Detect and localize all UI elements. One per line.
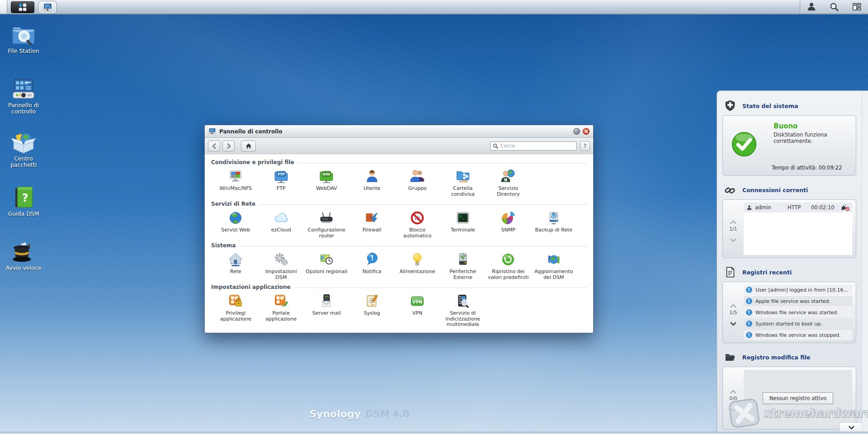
cp-item-ftp[interactable]: FTPFTP [259,168,304,192]
cp-item-app-portal[interactable]: Portale applicazione [259,293,304,322]
recent-logs-card: 1/5 User [admin] logged in from [10.16..… [722,282,856,343]
cp-item-ezcloud[interactable]: ezCloud [259,210,304,233]
svg-text:>_: >_ [459,214,464,218]
pager-down-icon[interactable] [730,406,736,410]
desktop-icon-file-station[interactable]: File Station [2,23,45,54]
dsm-update-icon [546,251,562,268]
cp-item-mail-server[interactable]: Server mail [304,293,349,316]
status-description: DiskStation funziona correttamente. [774,132,846,144]
cp-item-directory-service[interactable]: Servizio Directory [486,168,531,197]
cp-item-label: Win/Mac/NFS [219,186,252,192]
ezcloud-icon [273,210,289,226]
pilot-view-icon[interactable] [852,2,862,12]
back-button[interactable] [208,141,220,151]
cp-item-snmp[interactable]: SNMP [486,210,531,233]
mail-server-icon [318,293,335,309]
cp-section-title: Servizi di Rete [211,201,255,207]
cp-item-terminal[interactable]: >_Terminale [440,210,486,233]
disconnect-icon[interactable] [840,204,849,211]
cp-item-dsm-settings[interactable]: Impostazioni DSM [259,251,304,280]
brand-name: Synology [309,408,361,420]
shield-icon [724,100,736,112]
window-buttons [573,128,590,135]
group-icon [409,168,425,184]
connection-user: admin [755,204,788,211]
desktop-icon-label: Centro pacchetti [2,156,45,168]
cp-item-label: Blocco automatico [396,227,439,239]
pager-up-icon[interactable] [730,217,736,222]
cp-item-external-devices[interactable]: Periferiche Esterne [440,251,486,280]
cp-item-group[interactable]: Gruppo [395,168,440,192]
pager-up-icon[interactable] [730,301,736,306]
recent-logs-header: Registri recenti [724,266,862,278]
syslog-icon [364,293,380,309]
cp-section-title: Condivisione e privilegi file [211,159,294,165]
home-button[interactable] [241,141,256,151]
cp-item-label: Server mail [312,311,341,316]
cp-item-webdav[interactable]: DAVWebDAV [304,168,349,192]
cp-section-title: Impostazioni applicazione [211,284,291,290]
desktop-icon-label: Avvio veloce [6,265,41,271]
logs-list: User [admin] logged in from [10.16...App… [744,285,852,340]
cp-section: Servizi di ReteServizi WebezCloudConfigu… [211,200,587,241]
cp-section: Condivisione e privilegi fileWin/Mac/NFS… [211,158,587,199]
cp-item-firewall[interactable]: Firewall [349,210,395,233]
help-button[interactable]: ? [580,141,590,151]
forward-button[interactable] [222,141,235,151]
minimize-button[interactable] [573,128,580,135]
cp-item-vpn[interactable]: VPNVPN [395,293,440,316]
app-privileges-icon [227,293,244,309]
cp-item-auto-block[interactable]: IPBlocco automatico [395,210,440,239]
svg-text:?: ? [22,192,28,204]
user-menu-icon[interactable] [807,2,816,12]
cp-item-syslog[interactable]: Syslog [349,293,395,316]
desktop-icon-control-panel[interactable]: Pannello di controllo [2,77,45,115]
control-panel-body: Condivisione e privilegi fileWin/Mac/NFS… [205,154,593,333]
cp-item-power[interactable]: Alimentazione [395,251,440,275]
cp-item-app-privileges[interactable]: Privilegi applicazione [213,293,259,322]
window-titlebar[interactable]: Pannello di controllo [205,125,593,138]
desktop-icon-dsm-help[interactable]: ?Guida DSM [2,185,45,217]
pager-up-icon[interactable] [730,387,736,392]
app-portal-icon [273,293,289,309]
cp-item-label: Rete [230,269,241,275]
cp-item-restore-defaults[interactable]: Ripristino dei valori predefiniti [486,251,531,280]
cp-item-media-indexing[interactable]: Servizio di indicizzazione multimediale [440,293,486,328]
cp-item-label: VPN [412,311,422,316]
info-icon [746,332,752,338]
desktop-icon-label: Pannello di controllo [2,102,45,115]
directory-service-icon [500,168,516,184]
connections-pager: 1/1 [723,200,744,258]
close-button[interactable] [583,128,590,135]
cp-item-network[interactable]: Rete [213,251,259,275]
cp-item-user[interactable]: Utente [349,168,395,192]
pager-down-icon[interactable] [730,320,736,324]
main-menu-icon [18,2,28,12]
cp-item-notification[interactable]: !Notifica [349,251,395,275]
taskbar-app-control-panel[interactable] [39,1,56,13]
status-value: Buono [774,122,846,130]
cp-item-regional-options[interactable]: Opzioni regionali [304,251,349,275]
brand-version: DSM 4.0 [365,409,410,420]
cp-item-win-mac-nfs[interactable]: Win/Mac/NFS [213,168,259,192]
search-icon[interactable] [829,2,839,12]
pager-down-icon[interactable] [730,236,736,241]
cp-item-network-backup[interactable]: Backup di Rete [531,210,577,233]
main-menu-button[interactable] [11,1,34,13]
search-input[interactable]: Cerca [490,142,577,151]
cp-item-shared-folder[interactable]: Cartella condivisa [440,168,486,197]
desktop-icon-quick-start[interactable]: Avvio veloce [2,240,45,271]
system-status-header: Stato del sistema [724,100,862,112]
cp-item-label: Aggiornamento del DSM [532,269,576,280]
cp-item-label: Servizi Web [221,227,250,233]
info-icon [746,309,752,316]
cp-item-router-config[interactable]: Configurazione router [304,210,349,239]
bottom-edge-strip [0,432,868,434]
router-config-icon [318,210,335,226]
cp-item-label: Opzioni regionali [306,269,347,275]
status-ok-icon [731,131,757,157]
user-icon [364,168,380,184]
desktop-icon-package-center[interactable]: Centro pacchetti [2,130,45,168]
cp-item-web-services[interactable]: Servizi Web [213,210,259,233]
cp-item-dsm-update[interactable]: Aggiornamento del DSM [531,251,577,280]
